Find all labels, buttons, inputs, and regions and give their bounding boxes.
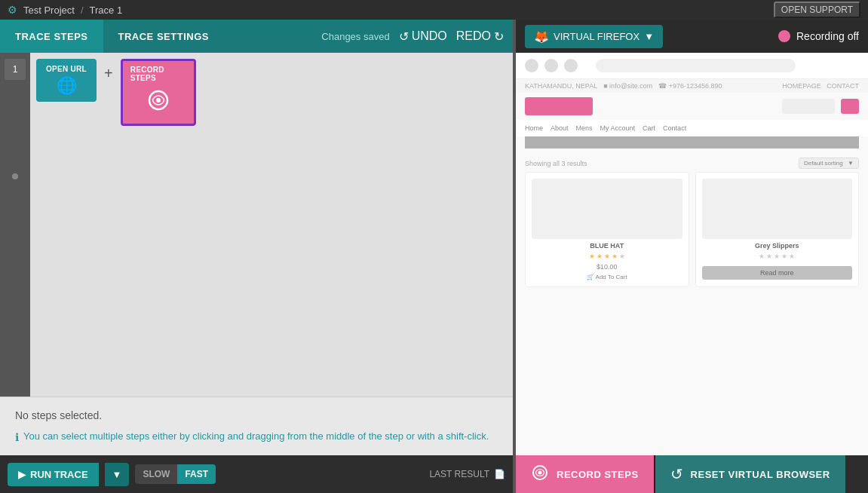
- gear-icon: ⚙: [8, 4, 17, 16]
- product-stars-1: ★ ★ ★ ★ ★: [532, 253, 682, 260]
- right-panel: 🦊 VIRTUAL FIREFOX ▼ Recording off: [516, 20, 868, 493]
- speed-slow-label[interactable]: SLOW: [135, 464, 177, 484]
- open-url-icon: 🌐: [57, 76, 77, 96]
- tab-actions: Changes saved ↺ UNDO REDO ↻: [321, 29, 513, 44]
- star4: ★: [612, 253, 618, 260]
- tab-trace-steps[interactable]: TRACE STEPS: [0, 20, 103, 53]
- add-step-button[interactable]: +: [101, 59, 116, 88]
- star2: ★: [597, 253, 603, 260]
- tab-bar: TRACE STEPS TRACE SETTINGS Changes saved…: [0, 20, 513, 53]
- star-e1: ★: [759, 253, 765, 260]
- product-stars-2: ★ ★ ★ ★ ★: [702, 253, 853, 260]
- redo-button[interactable]: REDO ↻: [456, 29, 504, 44]
- firefox-icon: 🦊: [534, 29, 549, 44]
- hint-text: You can select multiple steps either by …: [23, 430, 489, 442]
- main-layout: TRACE STEPS TRACE SETTINGS Changes saved…: [0, 20, 868, 493]
- product-card-2: Grey Slippers ★ ★ ★ ★ ★ Read more: [695, 172, 860, 287]
- redo-icon: ↻: [494, 29, 504, 44]
- open-url-label: OPEN URL: [46, 65, 87, 73]
- speed-fast-label[interactable]: FAST: [177, 464, 216, 484]
- open-support-button[interactable]: OPEN SUPPORT: [774, 2, 860, 18]
- run-trace-button[interactable]: ▶ RUN TRACE: [8, 463, 99, 486]
- top-bar: ⚙ Test Project / Trace 1 OPEN SUPPORT: [0, 0, 868, 20]
- site-nav-menu: Home About Mens My Account Cart Contact: [516, 120, 868, 136]
- nav-mens: Mens: [576, 124, 593, 132]
- browser-selector-label: VIRTUAL FIREFOX: [554, 31, 639, 42]
- star-e3: ★: [774, 253, 780, 260]
- project-name[interactable]: Test Project: [23, 5, 75, 16]
- refresh-icon: [564, 59, 578, 72]
- last-result-label: LAST RESULT: [429, 469, 489, 479]
- run-trace-dropdown-button[interactable]: ▼: [105, 463, 130, 486]
- filter-chevron: ▼: [848, 160, 854, 167]
- star-e4: ★: [781, 253, 787, 260]
- filter-select-label: Default sorting: [804, 160, 843, 167]
- record-steps-action-button[interactable]: RECORD STEPS: [516, 455, 654, 493]
- site-header: [516, 53, 868, 79]
- trace-name[interactable]: Trace 1: [90, 5, 123, 16]
- address-bar: [596, 59, 796, 72]
- step-dot: [12, 173, 18, 179]
- step-number-1: 1: [5, 59, 26, 80]
- nav-contact: Contact: [663, 124, 686, 132]
- back-icon: [525, 59, 538, 72]
- last-result: LAST RESULT 📄: [429, 469, 505, 479]
- nav-account: My Account: [600, 124, 636, 132]
- star1: ★: [589, 253, 595, 260]
- product-grid: BLUE HAT ★ ★ ★ ★ ★ $10.00 🛒 Add To Cart: [516, 172, 868, 287]
- step-row-1: OPEN URL 🌐 + RECORD STEPS: [36, 59, 507, 126]
- star5: ★: [619, 253, 625, 260]
- changes-saved-label: Changes saved: [321, 31, 389, 42]
- browser-actions: RECORD STEPS ↺ RESET VIRTUAL BROWSER: [516, 455, 868, 493]
- run-trace-label: RUN TRACE: [30, 469, 88, 480]
- redo-label: REDO: [456, 29, 491, 43]
- reset-icon: ↺: [670, 465, 683, 483]
- product-image-1: [532, 179, 682, 239]
- step-numbers: 1: [0, 53, 30, 397]
- record-steps-step[interactable]: RECORD STEPS: [121, 59, 196, 126]
- last-result-icon: 📄: [494, 469, 505, 479]
- record-steps-action-icon: [531, 464, 549, 485]
- star-e5: ★: [789, 253, 795, 260]
- site-preview: KATHAMANDU, NEPAL ■ info@site.com ☎ +976…: [516, 53, 868, 455]
- nav-cart: Cart: [643, 124, 655, 132]
- star3: ★: [604, 253, 610, 260]
- undo-button[interactable]: ↺ UNDO: [399, 29, 447, 44]
- nav-links: HOMEPAGE CONTACT: [782, 82, 859, 90]
- read-more-2[interactable]: Read more: [702, 266, 853, 280]
- product-name-2: Grey Slippers: [702, 242, 853, 250]
- svg-point-3: [538, 470, 542, 474]
- steps-content: OPEN URL 🌐 + RECORD STEPS: [30, 53, 513, 397]
- tab-trace-settings[interactable]: TRACE SETTINGS: [103, 20, 224, 53]
- svg-point-1: [156, 98, 161, 103]
- record-steps-action-label: RECORD STEPS: [557, 469, 639, 480]
- filter-select[interactable]: Default sorting ▼: [799, 158, 859, 169]
- browser-toolbar: 🦊 VIRTUAL FIREFOX ▼ Recording off: [516, 20, 868, 53]
- chevron-down-icon: ▼: [644, 31, 654, 42]
- steps-area: 1 OPEN URL 🌐 + RECORD STEPS: [0, 53, 513, 397]
- nav-about: About: [551, 124, 569, 132]
- reset-browser-action-button[interactable]: ↺ RESET VIRTUAL BROWSER: [655, 455, 845, 493]
- breadcrumb-item: KATHAMANDU, NEPAL: [525, 82, 597, 90]
- site-banner: [525, 136, 859, 149]
- speed-toggle[interactable]: SLOW FAST: [135, 464, 216, 484]
- product-card-1: BLUE HAT ★ ★ ★ ★ ★ $10.00 🛒 Add To Cart: [525, 172, 689, 287]
- nav-home: Home: [525, 124, 543, 132]
- site-search: [782, 99, 835, 114]
- site-breadcrumb: KATHAMANDU, NEPAL ■ info@site.com ☎ +976…: [516, 79, 868, 93]
- recording-badge: Recording off: [778, 30, 859, 42]
- product-image-2: [702, 179, 853, 239]
- forward-icon: [544, 59, 558, 72]
- info-panel: No steps selected. ℹ You can select mult…: [0, 397, 513, 455]
- add-to-cart-1[interactable]: 🛒 Add To Cart: [532, 274, 682, 280]
- recording-label: Recording off: [796, 30, 859, 42]
- browser-selector[interactable]: 🦊 VIRTUAL FIREFOX ▼: [525, 25, 663, 48]
- reset-browser-label: RESET VIRTUAL BROWSER: [691, 469, 830, 480]
- product-name-1: BLUE HAT: [532, 242, 682, 250]
- breadcrumb-phone: ☎ +976-123456.890: [658, 82, 722, 90]
- open-url-step[interactable]: OPEN URL 🌐: [36, 59, 97, 102]
- star-e2: ★: [766, 253, 772, 260]
- site-logo-row: [516, 93, 868, 120]
- info-icon: ℹ: [15, 431, 19, 443]
- record-steps-icon: [145, 87, 172, 119]
